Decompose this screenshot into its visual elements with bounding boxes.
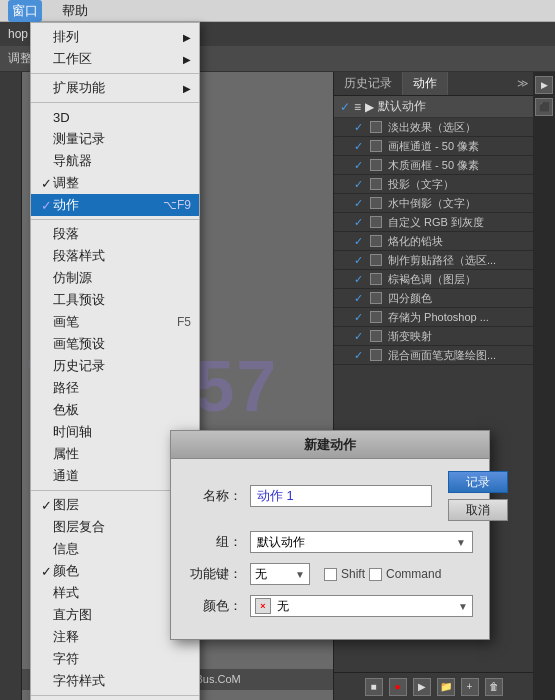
- menu-item-brush-preset[interactable]: 画笔预设: [31, 333, 199, 355]
- menu-section-2: 扩展功能 ▶: [31, 74, 199, 103]
- menu-item-history[interactable]: 历史记录: [31, 355, 199, 377]
- chevron-down-icon: ▼: [295, 569, 305, 580]
- action-label: 水中倒影（文字）: [388, 196, 476, 211]
- record-button[interactable]: 记录: [448, 471, 508, 493]
- strip-btn-1[interactable]: ▶: [535, 76, 553, 94]
- menu-item-char-style[interactable]: 字符样式: [31, 670, 199, 692]
- menu-item-swatches[interactable]: 色板: [31, 399, 199, 421]
- menu-help[interactable]: 帮助: [58, 0, 92, 22]
- app-background: 窗口 帮助 hop CC 调整边缘... 737857 POCO 摄影专题 ht…: [0, 0, 555, 700]
- shift-checkbox[interactable]: [324, 568, 337, 581]
- action-icon: [370, 197, 382, 209]
- menu-section-3: 3D 测量记录 导航器 ✓ 调整 ✓ 动作 ⌥F9: [31, 103, 199, 220]
- menu-item-arrange[interactable]: 排列 ▶: [31, 26, 199, 48]
- list-item[interactable]: ✓ 淡出效果（选区）: [334, 118, 533, 137]
- check-mark: ✓: [39, 564, 53, 579]
- action-icon: [370, 216, 382, 228]
- action-icon: [370, 178, 382, 190]
- new-action-dialog: 新建动作 名称： 记录 取消 组： 默认动作 ▼: [170, 430, 490, 640]
- check-icon: ✓: [340, 100, 350, 114]
- menu-item-measure[interactable]: 测量记录: [31, 128, 199, 150]
- play-button[interactable]: ▶: [413, 678, 431, 696]
- list-item[interactable]: ✓ 烙化的铅块: [334, 232, 533, 251]
- panel-tabs: 历史记录 动作 ≫: [334, 72, 533, 96]
- action-label: 棕褐色调（图层）: [388, 272, 476, 287]
- funckey-label: 功能键：: [187, 565, 242, 583]
- color-select[interactable]: × 无 ▼: [250, 595, 473, 617]
- chevron-down-icon: ▼: [456, 537, 466, 548]
- list-item[interactable]: ✓ 棕褐色调（图层）: [334, 270, 533, 289]
- action-label: 制作剪贴路径（选区...: [388, 253, 496, 268]
- menu-label: 扩展功能: [53, 79, 105, 97]
- menu-label: 3D: [53, 110, 70, 125]
- menu-label: 工作区: [53, 50, 92, 68]
- group-select[interactable]: 默认动作 ▼: [250, 531, 473, 553]
- tab-actions[interactable]: 动作: [403, 72, 448, 95]
- new-action-button[interactable]: +: [461, 678, 479, 696]
- strip-btn-2[interactable]: ⬛: [535, 98, 553, 116]
- panel-menu-icon[interactable]: ≫: [517, 77, 529, 90]
- check-mark: ✓: [354, 178, 364, 191]
- list-item[interactable]: ✓ 渐变映射: [334, 327, 533, 346]
- action-label: 木质画框 - 50 像素: [388, 158, 479, 173]
- cancel-button[interactable]: 取消: [448, 499, 508, 521]
- menu-item-path[interactable]: 路径: [31, 377, 199, 399]
- arrow-icon: ▶: [183, 32, 191, 43]
- new-set-button[interactable]: 📁: [437, 678, 455, 696]
- menu-item-workspace[interactable]: 工作区 ▶: [31, 48, 199, 70]
- menu-label: 属性: [53, 445, 79, 463]
- panel-icon: ≡: [354, 100, 361, 114]
- action-icon: [370, 254, 382, 266]
- check-mark: ✓: [354, 159, 364, 172]
- menu-window[interactable]: 窗口: [8, 0, 42, 22]
- list-item[interactable]: ✓ 木质画框 - 50 像素: [334, 156, 533, 175]
- action-label: 画框通道 - 50 像素: [388, 139, 479, 154]
- tab-history[interactable]: 历史记录: [334, 72, 403, 95]
- list-item[interactable]: ✓ 存储为 Photoshop ...: [334, 308, 533, 327]
- menu-item-brush[interactable]: 画笔 F5: [31, 311, 199, 333]
- menu-item-actions[interactable]: ✓ 动作 ⌥F9: [31, 194, 199, 216]
- check-mark: ✓: [354, 254, 364, 267]
- list-item[interactable]: ✓ 自定义 RGB 到灰度: [334, 213, 533, 232]
- list-item[interactable]: ✓ 投影（文字）: [334, 175, 533, 194]
- list-item[interactable]: ✓ 制作剪贴路径（选区...: [334, 251, 533, 270]
- menu-item-adjust[interactable]: ✓ 调整: [31, 172, 199, 194]
- menu-label: 通道: [53, 467, 79, 485]
- action-icon: [370, 330, 382, 342]
- action-icon: [370, 140, 382, 152]
- action-icon: [370, 235, 382, 247]
- menu-section-7: ✓ 应用程序框架 ✓ 选项 ✓ 工具: [31, 696, 199, 700]
- check-space: ✓: [39, 176, 53, 191]
- group-label: 组：: [187, 533, 242, 551]
- menu-label: 时间轴: [53, 423, 92, 441]
- menu-item-extend[interactable]: 扩展功能 ▶: [31, 77, 199, 99]
- shortcut-label: ⌥F9: [163, 198, 191, 212]
- menu-item-para[interactable]: 段落: [31, 223, 199, 245]
- funckey-select[interactable]: 无 ▼: [250, 563, 310, 585]
- list-item[interactable]: ✓ 水中倒影（文字）: [334, 194, 533, 213]
- stop-button[interactable]: ■: [365, 678, 383, 696]
- menu-label: 画笔预设: [53, 335, 105, 353]
- menu-label: 排列: [53, 28, 79, 46]
- name-input[interactable]: [250, 485, 432, 507]
- record-button[interactable]: ●: [389, 678, 407, 696]
- list-item[interactable]: ✓ 四分颜色: [334, 289, 533, 308]
- delete-button[interactable]: 🗑: [485, 678, 503, 696]
- arrow-icon: ▶: [183, 83, 191, 94]
- menu-item-para-style[interactable]: 段落样式: [31, 245, 199, 267]
- list-item[interactable]: ✓ 画框通道 - 50 像素: [334, 137, 533, 156]
- action-label: 自定义 RGB 到灰度: [388, 215, 484, 230]
- command-checkbox[interactable]: [369, 568, 382, 581]
- menu-item-nav[interactable]: 导航器: [31, 150, 199, 172]
- color-select-value: 无: [277, 598, 289, 615]
- action-label: 混合画面笔克隆绘图...: [388, 348, 496, 363]
- menu-item-clone-source[interactable]: 仿制源: [31, 267, 199, 289]
- menu-label: 直方图: [53, 606, 92, 624]
- menu-item-3d[interactable]: 3D: [31, 106, 199, 128]
- list-item[interactable]: ✓ 混合画面笔克隆绘图...: [334, 346, 533, 365]
- menu-item-character[interactable]: 字符: [31, 648, 199, 670]
- check-mark: ✓: [354, 197, 364, 210]
- menu-label: 图层复合: [53, 518, 105, 536]
- menu-item-tool-preset[interactable]: 工具预设: [31, 289, 199, 311]
- panel-header: ✓ ≡ ▶ 默认动作: [334, 96, 533, 118]
